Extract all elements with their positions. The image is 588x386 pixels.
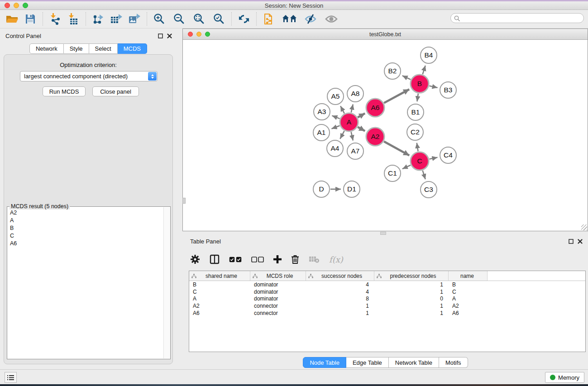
graph-node-B2[interactable]: B2	[384, 63, 401, 79]
graph-node-C2[interactable]: C2	[407, 124, 423, 140]
graph-node-A[interactable]: A	[340, 113, 358, 131]
graph-edge-B-B4[interactable]	[423, 66, 425, 74]
table-row[interactable]: A2connector11A2	[189, 302, 585, 310]
graph-edge-B-B1[interactable]	[417, 94, 418, 101]
graph-node-A7[interactable]: A7	[347, 143, 363, 159]
table-cell[interactable]: C	[189, 289, 250, 295]
graph-node-B[interactable]: B	[411, 75, 429, 93]
table-row[interactable]: A6connector11A6	[189, 310, 585, 317]
float-panel-icon[interactable]	[158, 33, 163, 38]
tab-style[interactable]: Style	[64, 43, 89, 54]
graph-edge-A-A8[interactable]	[351, 104, 353, 112]
zoom-out-button[interactable]	[172, 12, 187, 26]
graph-edge-A-A2[interactable]	[358, 127, 365, 131]
graph-edge-C-C4[interactable]	[430, 157, 438, 159]
show-graphics-details-button[interactable]	[324, 12, 339, 26]
graph-edge-A6-B[interactable]	[384, 89, 409, 103]
close-panel-icon[interactable]	[578, 239, 583, 244]
table-cell[interactable]: 4	[306, 289, 374, 295]
tab-network[interactable]: Network	[29, 43, 64, 54]
graph-node-B1[interactable]: B1	[407, 104, 424, 120]
table-row[interactable]: Bdominator41B	[189, 281, 585, 288]
save-session-button[interactable]	[23, 12, 38, 26]
splitter-handle-bottom[interactable]	[380, 232, 386, 235]
graph-edge-C-C1[interactable]	[402, 165, 411, 169]
table-cell[interactable]: 0	[374, 295, 449, 302]
mcds-result-item[interactable]: A2	[7, 209, 163, 216]
table-cell[interactable]: A6	[449, 310, 488, 316]
table-cell[interactable]: 8	[306, 295, 374, 302]
mcds-result-item[interactable]: C	[7, 232, 163, 239]
graph-node-C4[interactable]: C4	[440, 147, 456, 163]
zoom-selected-button[interactable]	[211, 12, 227, 26]
graph-node-D[interactable]: D	[313, 181, 330, 197]
mcds-result-item[interactable]: A	[7, 216, 163, 224]
memory-button[interactable]: Memory	[545, 372, 584, 383]
export-image-button[interactable]	[127, 12, 142, 26]
graph-node-A8[interactable]: A8	[347, 86, 363, 102]
resize-grip[interactable]	[581, 224, 587, 230]
graph-edge-C-C3[interactable]	[423, 171, 425, 179]
table-row[interactable]: Adominator80A	[189, 295, 585, 302]
table-cell[interactable]: B	[189, 281, 250, 288]
show-columns-button[interactable]	[210, 254, 220, 264]
graph-edge-A-A6[interactable]	[358, 114, 365, 118]
mcds-result-item[interactable]: A6	[7, 239, 163, 247]
open-session-button[interactable]	[5, 12, 20, 26]
column-header-predecessor-nodes[interactable]: predecessor nodes	[374, 271, 449, 281]
column-header-mcds-role[interactable]: MCDS role	[250, 271, 306, 281]
graph-edge-A-A3[interactable]	[332, 116, 339, 119]
column-header-shared-name[interactable]: shared name	[189, 271, 250, 281]
mcds-result-list[interactable]: A2ABCA6	[7, 209, 163, 359]
network-window-titlebar[interactable]: testGlobe.txt	[183, 29, 588, 40]
graph-node-D1[interactable]: D1	[344, 181, 360, 197]
table-cell[interactable]: dominator	[250, 281, 306, 288]
table-cell[interactable]: A6	[189, 310, 250, 316]
mcds-result-item[interactable]: B	[7, 224, 163, 232]
graph-node-A2[interactable]: A2	[366, 128, 384, 146]
zoom-fit-button[interactable]	[191, 12, 207, 26]
zoom-window-button[interactable]	[23, 3, 28, 8]
tab-select[interactable]: Select	[89, 43, 118, 54]
close-network-button[interactable]	[188, 32, 193, 37]
table-cell[interactable]: 1	[306, 303, 374, 309]
table-cell[interactable]: 1	[374, 281, 449, 288]
table-cell[interactable]: dominator	[250, 295, 306, 302]
scrollbar-track[interactable]	[163, 207, 170, 358]
table-cell[interactable]: B	[449, 281, 488, 288]
new-network-from-selection-button[interactable]	[261, 12, 277, 26]
graph-node-C[interactable]: C	[411, 152, 429, 170]
graph-node-A4[interactable]: A4	[327, 140, 343, 157]
import-table-button[interactable]	[66, 12, 81, 26]
delete-table-button[interactable]	[309, 256, 320, 263]
close-panel-button[interactable]: Close panel	[92, 86, 139, 96]
refresh-button[interactable]	[236, 12, 252, 26]
table-cell[interactable]: A	[449, 295, 488, 302]
tab-edge-table[interactable]: Edge Table	[346, 357, 389, 368]
zoom-network-button[interactable]	[205, 32, 210, 37]
table-cell[interactable]: 1	[374, 289, 449, 295]
close-window-button[interactable]	[5, 3, 10, 8]
table-cell[interactable]: A	[189, 295, 250, 302]
graph-node-A5[interactable]: A5	[327, 88, 344, 105]
graph-node-B3[interactable]: B3	[440, 82, 456, 98]
add-row-button[interactable]	[273, 255, 282, 263]
tab-motifs[interactable]: Motifs	[439, 357, 468, 368]
graph-edge-A-A1[interactable]	[331, 126, 339, 129]
table-cell[interactable]: C	[449, 289, 488, 295]
splitter-handle-left[interactable]	[182, 198, 186, 204]
minimize-window-button[interactable]	[14, 3, 19, 8]
function-builder-button[interactable]: f(x)	[329, 255, 343, 264]
minimize-network-button[interactable]	[196, 32, 201, 37]
search-text-field[interactable]	[462, 15, 583, 21]
table-settings-button[interactable]	[190, 254, 200, 264]
graph-edge-A-A4[interactable]	[340, 131, 344, 138]
table-cell[interactable]: connector	[250, 310, 306, 316]
table-cell[interactable]: 1	[374, 310, 449, 316]
graph-edge-A-A5[interactable]	[340, 106, 344, 113]
table-cell[interactable]: A2	[449, 303, 488, 309]
home-button[interactable]	[282, 12, 297, 26]
export-network-button[interactable]	[91, 12, 106, 26]
column-header-name[interactable]: name	[449, 271, 488, 281]
tab-mcds[interactable]: MCDS	[118, 43, 147, 54]
